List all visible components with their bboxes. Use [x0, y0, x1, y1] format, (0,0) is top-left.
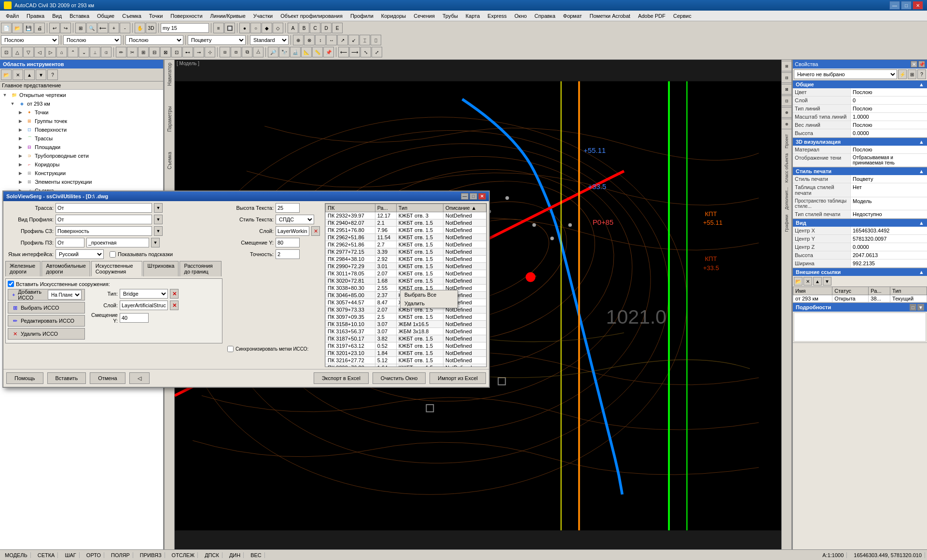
table-row[interactable]: ПК 3158+10.10 3.07 ЖБМ 1x16.5 NotDefined	[326, 321, 486, 328]
left-tb-1[interactable]: 📂	[1, 69, 12, 80]
tb-c5[interactable]: E	[332, 23, 343, 33]
left-tb-4[interactable]: ▼	[36, 69, 46, 80]
isso-type-clear[interactable]: ✕	[170, 289, 179, 299]
tree-points-1[interactable]: ▶ ✦ Точки	[1, 108, 162, 117]
table-row[interactable]: ПК 3216+27.72 5.12 КЖБТ отв. 1.5 NotDefi…	[326, 357, 486, 364]
data-table-container[interactable]: ПК Ра... Тип Описание ▲ ПК 2932+39.97 12…	[325, 203, 487, 367]
right-nav-2[interactable]: ⊟	[781, 72, 792, 83]
menu-adobepdf[interactable]: Adobe PDF	[634, 12, 669, 20]
navigator-label[interactable]: Навигатор	[166, 60, 173, 89]
status-osnap[interactable]: ПРИВЯЗ	[137, 552, 165, 558]
tb-layer[interactable]: 🔲	[224, 23, 235, 33]
tb-g4[interactable]: ⧊	[253, 47, 263, 57]
yazik-select[interactable]: Русский	[55, 249, 104, 259]
close-button[interactable]: ✕	[913, 1, 923, 10]
table-row[interactable]: ПК 3011+78.05 2.07 КЖБТ отв. 1.5 NotDefi…	[326, 270, 486, 277]
height-input[interactable]	[276, 203, 300, 213]
tb-h2[interactable]: 🔭	[279, 47, 290, 57]
tb-d4[interactable]: ↔	[326, 35, 337, 45]
tb-f8[interactable]: ⊸	[194, 47, 204, 57]
parameters-label[interactable]: Параметры	[166, 103, 173, 135]
status-snap[interactable]: ШАГ	[62, 552, 79, 558]
menu-points[interactable]: Точки	[145, 12, 166, 20]
menu-window[interactable]: Окно	[511, 12, 531, 20]
dop-label[interactable]: Дополнит...	[784, 187, 789, 210]
context-select-all[interactable]: Выбрать Все	[401, 290, 457, 299]
right-panel-pin[interactable]: 📌	[918, 61, 925, 68]
extlinks-tb3[interactable]: ▲	[813, 277, 822, 286]
menu-edit[interactable]: Правка	[23, 12, 48, 20]
tb-new[interactable]: 📄	[1, 23, 12, 33]
profile-pz-input[interactable]	[55, 238, 84, 247]
table-row[interactable]: ПК 2984+38.10 2.92 КЖБТ отв. 1.5 NotDefi…	[326, 256, 486, 263]
tb-d1[interactable]: ⊕	[293, 35, 304, 45]
right-nav-5[interactable]: ⊕	[781, 107, 792, 118]
isso-layer-input[interactable]	[120, 300, 168, 310]
vid-profile-dropdown[interactable]: ▼	[154, 215, 163, 224]
trassa-dropdown-btn[interactable]: ▼	[154, 203, 163, 213]
tb-f4[interactable]: ⊟	[149, 47, 160, 57]
layer-form-clear[interactable]: ✕	[311, 226, 320, 236]
menu-sections[interactable]: Сечения	[410, 12, 439, 20]
tab-distances[interactable]: Расстояния до границ	[180, 261, 221, 276]
status-polar[interactable]: ПОЛЯР	[108, 552, 133, 558]
profile-pz-dropdown[interactable]: ▼	[151, 238, 160, 247]
table-row[interactable]: ПК 3232+76.28 1.64 КЖБТ отв. 1.5 NotDefi…	[326, 364, 486, 368]
tb-h5[interactable]: 📏	[312, 47, 323, 57]
menu-insert[interactable]: Вставка	[66, 12, 93, 20]
tb-c2[interactable]: B	[299, 23, 309, 33]
tree-pads[interactable]: ▶ ⊟ Площадки	[1, 143, 162, 151]
menu-map[interactable]: Карта	[462, 12, 484, 20]
tb-d2[interactable]: ⊗	[304, 35, 315, 45]
add-isso-btn[interactable]: + Добавить ИССО На Плане	[8, 289, 85, 300]
menu-profiles[interactable]: Профили	[346, 12, 377, 20]
offset-y-input[interactable]	[276, 238, 300, 247]
tb-e1[interactable]: ⊡	[1, 47, 12, 57]
back-btn[interactable]: ◁	[129, 372, 150, 384]
tb-e7[interactable]: ⌃	[68, 47, 78, 57]
grafik-label[interactable]: Графики	[784, 215, 789, 232]
tb-match[interactable]: ≡	[213, 23, 224, 33]
insert-btn[interactable]: Вставить	[47, 372, 86, 384]
tb-h4[interactable]: 📐	[301, 47, 312, 57]
select-all-btn[interactable]: ⊞	[908, 69, 916, 79]
tb-f2[interactable]: ✂	[127, 47, 138, 57]
tb-e4[interactable]: ◁	[34, 47, 45, 57]
prop-section-extlinks-header[interactable]: Внешние ссылки ▲	[793, 268, 927, 276]
export-excel-btn[interactable]: Экспорт в Excel	[314, 372, 369, 384]
tb-g2[interactable]: ⧈	[231, 47, 241, 57]
tab-hatch[interactable]: Штриховка	[143, 261, 179, 276]
linetype-select[interactable]: Послою	[125, 35, 183, 45]
table-row[interactable]: ПК 2951+76.80 7.96 КЖБТ отв. 1.5 NotDefi…	[326, 227, 486, 234]
tb-i1[interactable]: ⟵	[338, 47, 349, 57]
tb-i2[interactable]: ⟶	[349, 47, 360, 57]
tree-constructions[interactable]: ▶ ⊞ Конструкции	[1, 169, 162, 178]
tb-b3[interactable]: ◆	[262, 23, 272, 33]
table-row[interactable]: ПК 3201+23.10 1.84 КЖБТ отв. 1.5 NotDefi…	[326, 350, 486, 357]
tree-elements[interactable]: ▶ ⊠ Элементы конструкции	[1, 178, 162, 186]
menu-general[interactable]: Общие	[93, 12, 118, 20]
dialog-maximize-btn[interactable]: □	[470, 193, 477, 200]
tb-h3[interactable]: 🔬	[290, 47, 301, 57]
tb-d3[interactable]: ↕	[315, 35, 326, 45]
tb-d5[interactable]: ↗	[337, 35, 348, 45]
tb-e5[interactable]: ▷	[45, 47, 56, 57]
isso-type-select[interactable]: Bridge	[120, 289, 168, 299]
table-row[interactable]: ПК 3097+09.35 2.5 КЖБТ отв. 1.5 NotDefin…	[326, 314, 486, 321]
minimize-button[interactable]: —	[889, 1, 900, 10]
tb-pan[interactable]: ✋	[135, 23, 145, 33]
right-nav-3[interactable]: ⊠	[781, 84, 792, 95]
table-row[interactable]: ПК 2977+72.15 3.39 КЖБТ отв. 1.5 NotDefi…	[326, 248, 486, 256]
menu-corridors[interactable]: Коридоры	[377, 12, 410, 20]
table-row[interactable]: от 293 км Открыта 38... Текущий	[793, 295, 927, 302]
tab-roads[interactable]: Автомобильные дороги	[42, 261, 90, 276]
tb-zoom-out[interactable]: -	[120, 23, 130, 33]
tb-c1[interactable]: A	[288, 23, 298, 33]
tb-c3[interactable]: C	[310, 23, 320, 33]
tb-f6[interactable]: ⊡	[171, 47, 182, 57]
tree-surfaces[interactable]: ▶ ⊡ Поверхности	[1, 125, 162, 134]
cancel-btn[interactable]: Отмена	[90, 372, 125, 384]
table-row[interactable]: ПК 3187+50.17 3.82 КЖБТ отв. 1.5 NotDefi…	[326, 335, 486, 342]
menu-survey[interactable]: Съемка	[118, 12, 145, 20]
layer-select[interactable]: Послою	[1, 35, 59, 45]
